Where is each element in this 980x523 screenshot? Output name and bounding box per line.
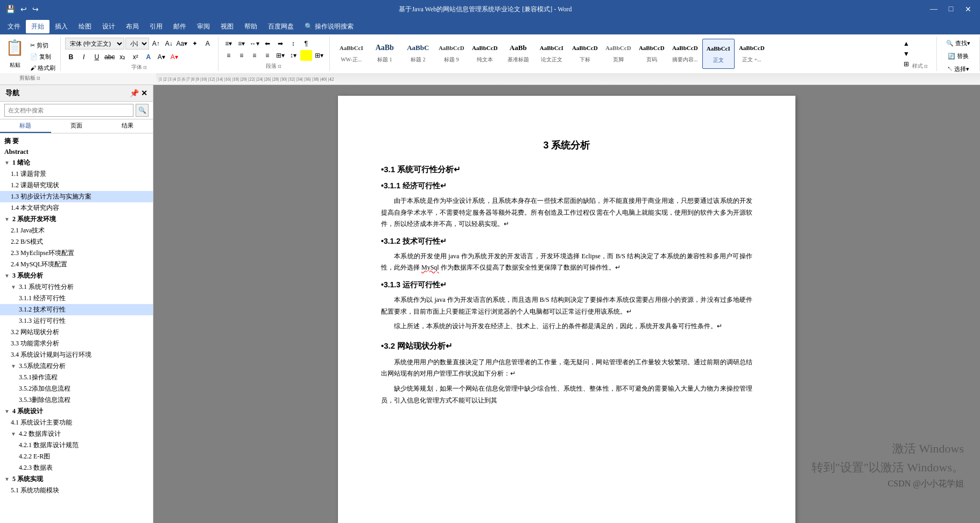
nav-item-ch4-2[interactable]: ▼ 4.2 数据库设计 bbox=[0, 428, 153, 440]
copy-btn[interactable]: 📄 复制 bbox=[29, 51, 57, 62]
font-color-btn[interactable]: A▾ bbox=[168, 52, 180, 62]
subscript-btn[interactable]: x₂ bbox=[117, 52, 129, 62]
style-abstract[interactable]: AaBbCcD 摘要内容... bbox=[669, 39, 701, 69]
nav-item-ch4-2-1[interactable]: 4.2.1 数据库设计规范 bbox=[0, 440, 153, 451]
format-painter-btn[interactable]: 🖌 格式刷 bbox=[29, 62, 57, 73]
style-ww[interactable]: AaBbCcI WW-正... bbox=[335, 39, 368, 69]
nav-item-ch4-2-2[interactable]: 4.2.2 E-R图 bbox=[0, 451, 153, 462]
font-grow-btn[interactable]: A↑ bbox=[150, 38, 162, 49]
style-plain[interactable]: AaBbCcD 纯文本 bbox=[469, 39, 501, 69]
line-spacing-btn[interactable]: ↕▾ bbox=[287, 50, 299, 61]
style-h2[interactable]: AaBbC 标题 2 bbox=[402, 39, 434, 69]
font-case-btn[interactable]: Aa▾ bbox=[176, 38, 188, 49]
nav-item-ch1[interactable]: ▼ 1 绪论 bbox=[0, 157, 153, 168]
tab-review[interactable]: 审阅 bbox=[192, 20, 215, 33]
shading-btn[interactable] bbox=[300, 50, 312, 61]
nav-item-ch3-1-3[interactable]: 3.1.3 运行可行性 bbox=[0, 315, 153, 327]
tab-help[interactable]: 帮助 bbox=[239, 20, 263, 33]
styles-more[interactable]: ⊞ bbox=[900, 59, 912, 69]
nav-item-ch2-4[interactable]: 2.4 MySQL环境配置 bbox=[0, 259, 153, 270]
align-left-btn[interactable]: ≡ bbox=[223, 50, 235, 61]
nav-item-ch3-1-1[interactable]: 3.1.1 经济可行性 bbox=[0, 293, 153, 304]
nav-item-ch3-4[interactable]: 3.4 系统设计规则与运行环境 bbox=[0, 349, 153, 361]
nav-item-ch4[interactable]: ▼ 4 系统设计 bbox=[0, 406, 153, 417]
nav-item-ch5-1[interactable]: 5.1 系统功能模块 bbox=[0, 485, 153, 496]
replace-btn[interactable]: 🔄 替换 bbox=[946, 51, 970, 61]
nav-item-ch2-3[interactable]: 2.3 MyEclipse环境配置 bbox=[0, 248, 153, 259]
paste-btn[interactable]: 📋 bbox=[3, 38, 26, 60]
nav-item-ch1-4[interactable]: 1.4 本文研究内容 bbox=[0, 202, 153, 214]
nav-item-ch1-1[interactable]: 1.1 课题背景 bbox=[0, 168, 153, 180]
nav-item-ch2[interactable]: ▼ 2 系统开发环境 bbox=[0, 214, 153, 225]
align-right-btn[interactable]: ≡ bbox=[249, 50, 260, 61]
multilevel-btn[interactable]: ↔▾ bbox=[249, 38, 260, 49]
nav-item-ch1-2[interactable]: 1.2 课题研究现状 bbox=[0, 180, 153, 191]
tab-draw[interactable]: 绘图 bbox=[73, 20, 97, 33]
nav-item-ch2-1[interactable]: 2.1 Java技术 bbox=[0, 225, 153, 236]
nav-item-ch3-1[interactable]: ▼ 3.1 系统可行性分析 bbox=[0, 281, 153, 293]
nav-item-ch4-1[interactable]: 4.1 系统设计主要功能 bbox=[0, 417, 153, 428]
col-btn[interactable]: ⊞▾ bbox=[274, 50, 286, 61]
redo-btn[interactable]: ↪ bbox=[31, 4, 40, 15]
bullets-btn[interactable]: ≡▾ bbox=[223, 38, 235, 49]
tab-references[interactable]: 引用 bbox=[144, 20, 168, 33]
nav-item-ch5[interactable]: ▼ 5 系统实现 bbox=[0, 473, 153, 485]
nav-item-ch1-3[interactable]: 1.3 初步设计方法与实施方案 bbox=[0, 191, 153, 202]
tab-file[interactable]: 文件 bbox=[2, 20, 26, 33]
nav-close-btn[interactable]: ✕ bbox=[141, 89, 147, 98]
sort-btn[interactable]: ↕ bbox=[287, 38, 299, 49]
styles-scroll-up[interactable]: ▲ bbox=[900, 39, 912, 49]
nav-tab-results[interactable]: 结果 bbox=[102, 119, 153, 133]
show-marks-btn[interactable]: ¶ bbox=[300, 38, 312, 49]
underline-btn[interactable]: U bbox=[91, 52, 103, 62]
justify-btn[interactable]: ≡ bbox=[262, 50, 273, 61]
font-size-select[interactable]: 小四 bbox=[125, 38, 149, 50]
nav-item-ch3-5-2[interactable]: 3.5.2添加信息流程 bbox=[0, 383, 153, 394]
style-footer[interactable]: AaBbCcD 页脚 bbox=[602, 39, 634, 69]
minimize-btn[interactable]: — bbox=[926, 2, 941, 17]
maximize-btn[interactable]: □ bbox=[943, 2, 958, 17]
nav-item-ch3[interactable]: ▼ 3 系统分析 bbox=[0, 270, 153, 281]
nav-search-button[interactable]: 🔍 bbox=[136, 104, 149, 117]
style-h1[interactable]: AaBb 标题 1 bbox=[369, 39, 401, 69]
clear-format-btn[interactable]: ✦ bbox=[189, 38, 201, 49]
text-effect-btn[interactable]: A bbox=[143, 52, 154, 62]
document-area[interactable]: 3 系统分析 •3.1 系统可行性分析↵ •3.1.1 经济可行性↵ 由于本系统… bbox=[153, 85, 980, 523]
save-btn[interactable]: 💾 bbox=[4, 4, 17, 15]
numbering-btn[interactable]: ≡▾ bbox=[236, 38, 248, 49]
superscript-btn[interactable]: x² bbox=[130, 52, 142, 62]
select-btn[interactable]: ↖ 选择▾ bbox=[946, 63, 971, 74]
tab-baidu[interactable]: 百度网盘 bbox=[263, 20, 299, 33]
tab-view[interactable]: 视图 bbox=[215, 20, 239, 33]
tab-search[interactable]: 🔍 操作说明搜索 bbox=[299, 20, 359, 33]
style-thesis-body[interactable]: AaBbCcI 论文正文 bbox=[535, 39, 568, 69]
styles-scroll-down[interactable]: ▼ bbox=[900, 49, 912, 59]
nav-search-input[interactable] bbox=[4, 104, 133, 117]
nav-tab-headings[interactable]: 标题 bbox=[0, 119, 51, 133]
nav-item-ch3-1-2[interactable]: 3.1.2 技术可行性 bbox=[0, 304, 153, 315]
tab-layout[interactable]: 布局 bbox=[121, 20, 144, 33]
close-btn[interactable]: ✕ bbox=[961, 2, 976, 17]
nav-item-ch3-2[interactable]: 3.2 网站现状分析 bbox=[0, 327, 153, 338]
nav-item-ch3-3[interactable]: 3.3 功能需求分析 bbox=[0, 338, 153, 349]
highlight-btn[interactable]: A▾ bbox=[156, 52, 167, 62]
nav-pin-btn[interactable]: 📌 bbox=[130, 89, 139, 98]
increase-indent-btn[interactable]: ➡ bbox=[274, 38, 286, 49]
cut-btn[interactable]: ✂ 剪切 bbox=[29, 40, 57, 51]
style-normal-plus[interactable]: AaBbCcD 正文 +... bbox=[736, 39, 768, 69]
style-pagenum[interactable]: AaBbCcD 页码 bbox=[636, 39, 668, 69]
strikethrough-btn[interactable]: abc bbox=[104, 52, 116, 62]
nav-item-ch3-5-1[interactable]: 3.5.1操作流程 bbox=[0, 372, 153, 383]
nav-item-ch3-5[interactable]: ▼ 3.5系统流程分析 bbox=[0, 361, 153, 372]
tab-home[interactable]: 开始 bbox=[26, 20, 50, 33]
font-shrink-btn[interactable]: A↓ bbox=[163, 38, 175, 49]
italic-btn[interactable]: I bbox=[78, 52, 90, 62]
nav-item-ch2-2[interactable]: 2.2 B/S模式 bbox=[0, 236, 153, 248]
nav-tab-pages[interactable]: 页面 bbox=[51, 119, 102, 133]
align-center-btn[interactable]: ≡ bbox=[236, 50, 248, 61]
bold-btn[interactable]: B bbox=[65, 52, 77, 62]
tab-insert[interactable]: 插入 bbox=[50, 20, 73, 33]
tab-mailings[interactable]: 邮件 bbox=[168, 20, 192, 33]
border-btn[interactable]: ⊞▾ bbox=[313, 50, 325, 61]
tab-design[interactable]: 设计 bbox=[97, 20, 121, 33]
